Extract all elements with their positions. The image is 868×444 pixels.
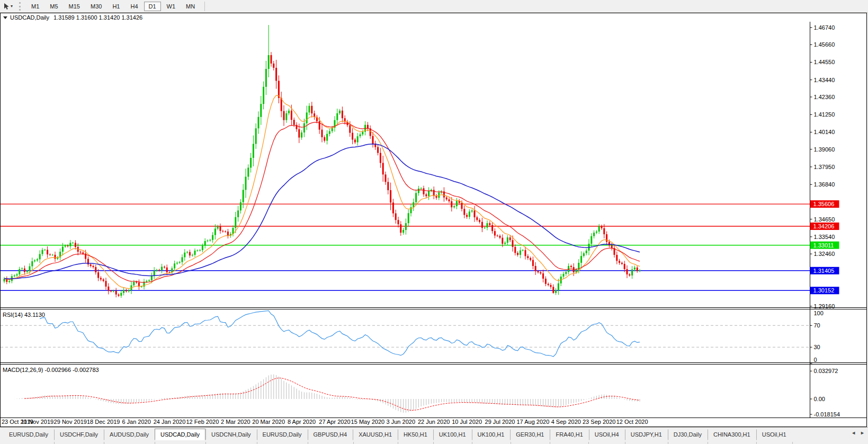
price-axis[interactable]: 1.467401.456601.445501.434401.423601.412… [810, 24, 835, 309]
timeframe-button-m1[interactable]: M1 [26, 2, 44, 11]
date-tick-label: 15 May 2020 [351, 419, 385, 425]
macd-histogram [14, 375, 640, 413]
tab-divider [792, 442, 793, 444]
tab-divider [308, 442, 308, 444]
level-badge-label: 1.34206 [813, 223, 835, 229]
timeframe-button-w1[interactable]: W1 [162, 2, 181, 11]
chart-tab-uk100-h1[interactable]: UK100,H1 [472, 429, 511, 440]
level-badge-label: 1.35606 [813, 201, 835, 207]
tab-divider [756, 442, 757, 444]
chart-tab-usdchf-daily[interactable]: USDCHF,Daily [54, 429, 104, 440]
price-tick-label: 1.37950 [814, 164, 835, 170]
tab-divider [104, 442, 104, 444]
chart-tab-dj30-daily[interactable]: DJ30,Daily [668, 429, 708, 440]
rsi-tick-label: 100 [814, 310, 824, 316]
date-tick-label: 2 Mar 2020 [221, 419, 250, 425]
timeframe-button-m30[interactable]: M30 [86, 2, 106, 11]
chart-tab-xauusd-h1[interactable]: XAUUSD,H1 [353, 429, 398, 440]
rsi-tick-label: 0 [814, 357, 817, 363]
tab-divider [353, 442, 354, 444]
date-tick-label: 29 Nov 2019 [54, 419, 87, 425]
level-badge-label: 1.30152 [813, 287, 835, 294]
macd-tick-label: 0.00 [814, 396, 825, 402]
tab-divider [54, 442, 55, 444]
timeframe-button-m15[interactable]: M15 [64, 2, 85, 11]
price-tick-label: 1.46740 [814, 24, 835, 31]
chart-tab-china300-h1[interactable]: CHINA300,H1 [708, 429, 756, 440]
chart-tab-usdjpy-h1[interactable]: USDJPY,H1 [625, 429, 668, 440]
toolbar: ▾ M1M5M15M30H1H4D1W1MN [0, 0, 868, 13]
macd-tick-label: -0.018154 [814, 411, 840, 418]
horizontal-levels [1, 204, 810, 290]
price-tick-label: 1.36840 [814, 181, 835, 188]
level-badge-label: 1.33011 [813, 242, 834, 248]
price-tick-label: 1.32460 [814, 251, 835, 257]
chart-tab-audusd-daily[interactable]: AUDUSD,Daily [104, 429, 155, 440]
chart-tab-usdcnh-daily[interactable]: USDCNH,Daily [205, 429, 257, 440]
tabs-scroll-left-icon[interactable]: ◄ [851, 431, 856, 436]
date-tick-label: 24 Jan 2020 [154, 419, 186, 425]
date-tick-label: 27 Apr 2020 [319, 419, 350, 425]
tabs-scroll-right-icon[interactable]: ► [860, 431, 865, 436]
tab-divider [257, 442, 257, 444]
date-tick-label: 4 Sep 2020 [551, 419, 581, 425]
rsi-line [40, 310, 640, 357]
timeframe-button-mn[interactable]: MN [181, 2, 200, 11]
date-tick-label: 12 Oct 2020 [616, 419, 648, 425]
date-tick-label: 29 Jul 2020 [485, 419, 515, 425]
chart-tab-usoil-h4[interactable]: USOil,H4 [589, 429, 625, 440]
cursor-arrow-icon [3, 3, 10, 10]
chart-tab-hk50-h1[interactable]: HK50,H1 [398, 429, 433, 440]
chart-menu-icon[interactable] [3, 16, 7, 19]
price-tick-label: 1.40140 [814, 129, 835, 135]
chart-tab-gbpusd-h4[interactable]: GBPUSD,H4 [308, 429, 353, 440]
price-chart[interactable]: 1.467401.456601.445501.434401.423601.412… [1, 22, 866, 426]
date-tick-label: 22 Jun 2020 [418, 419, 450, 425]
macd-signal-line [24, 378, 640, 410]
date-tick-label: 11 Nov 2019 [21, 419, 54, 425]
chart-tab-fra40-h1[interactable]: FRA40,H1 [550, 429, 588, 440]
price-tick-label: 1.42360 [814, 94, 835, 100]
timeframe-button-h4[interactable]: H4 [126, 2, 142, 11]
chart-title-symbol: USDCAD,Daily [10, 14, 49, 21]
tab-divider [205, 442, 206, 444]
candlesticks [4, 25, 641, 298]
timeframe-button-h1[interactable]: H1 [108, 2, 124, 11]
price-tick-label: 1.29160 [814, 303, 835, 309]
chart-tabs: EURUSD,DailyUSDCHF,DailyAUDUSD,DailyUSDC… [3, 429, 792, 440]
price-tick-label: 1.34650 [814, 216, 835, 223]
price-tick-label: 1.39060 [814, 146, 835, 153]
chart-tab-ger30-h1[interactable]: GER30,H1 [510, 429, 550, 440]
tabs-bar: EURUSD,DailyUSDCHF,DailyAUDUSD,DailyUSDC… [0, 427, 868, 444]
date-tick-label: 8 Apr 2020 [288, 419, 316, 425]
tab-divider [433, 442, 434, 444]
chart-tab-uk100-h1[interactable]: UK100,H1 [433, 429, 472, 440]
macd-tick-label: 0.032972 [814, 368, 838, 374]
tabs-scroll-arrows: ◄► [851, 431, 865, 436]
timeframe-button-d1[interactable]: D1 [144, 2, 161, 11]
chart-tab-eurusd-daily[interactable]: EURUSD,Daily [3, 429, 54, 440]
date-tick-label: 17 Aug 2020 [517, 419, 550, 425]
tab-divider [550, 442, 550, 444]
macd-pane: 0.0329720.00-0.018154 [14, 368, 840, 418]
date-tick-label: 23 Sep 2020 [583, 419, 615, 425]
chart-title-quotes: 1.31589 1.31600 1.31420 1.31426 [53, 14, 142, 21]
timeframe-button-m5[interactable]: M5 [45, 2, 62, 11]
tab-divider [155, 442, 155, 444]
rsi-tick-label: 30 [814, 344, 820, 350]
chart-tab-usdcad-daily[interactable]: USDCAD,Daily [155, 429, 205, 440]
rsi-tick-label: 70 [814, 322, 820, 328]
chart-tab-eurusd-daily[interactable]: EURUSD,Daily [257, 429, 308, 440]
date-tick-label: 6 Jan 2020 [122, 419, 150, 425]
tab-divider [668, 442, 668, 444]
toolbar-grip[interactable] [19, 2, 22, 11]
tab-divider [588, 442, 589, 444]
tab-divider [472, 442, 472, 444]
chart-tab-usoil-h1[interactable]: USOil,H1 [756, 429, 792, 440]
cursor-tool-button[interactable]: ▾ [2, 2, 14, 11]
date-axis[interactable]: 23 Oct 201911 Nov 201929 Nov 201918 Dec … [2, 419, 648, 425]
level-badges: 1.356061.342061.330111.314051.30152 [810, 200, 839, 294]
ma-line-55 [4, 144, 640, 279]
price-tick-label: 1.45660 [814, 41, 835, 48]
date-tick-label: 20 Mar 2020 [252, 419, 285, 425]
